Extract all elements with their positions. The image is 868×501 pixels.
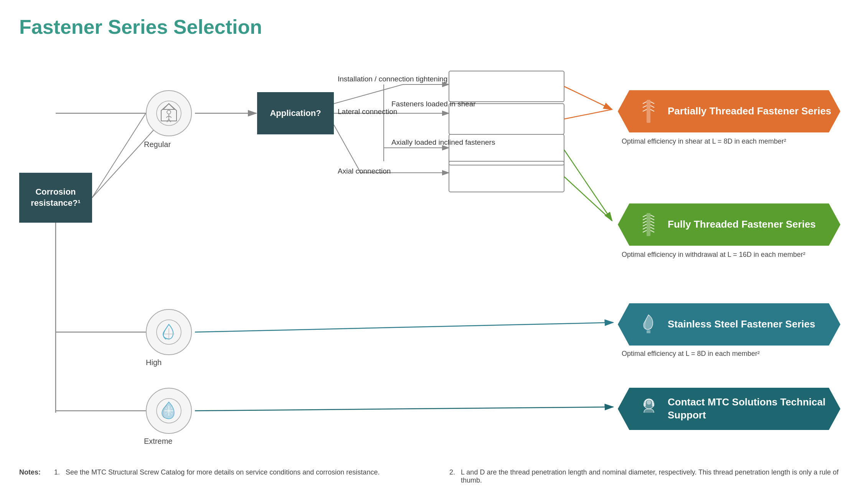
svg-line-69 (650, 230, 654, 232)
diagram: Corrosion resistance?¹ Application? Regu… (19, 54, 848, 457)
svg-line-32 (195, 407, 613, 411)
partially-threaded-desc: Optimal efficiency in shear at L = 8D in… (622, 136, 837, 147)
contact-mtc-label: Contact MTC Solutions Technical Support (664, 396, 840, 422)
branch-installation: Installation / connection tightening (338, 75, 447, 83)
svg-point-72 (647, 400, 651, 405)
svg-line-55 (650, 106, 654, 107)
svg-line-54 (650, 102, 654, 104)
note2-num: 2. (449, 468, 455, 484)
svg-line-58 (643, 215, 647, 217)
branch-axial-connection: Axial connection (338, 167, 391, 175)
notes-col-1: Notes: 1. See the MTC Structural Screw C… (19, 468, 419, 488)
svg-line-27 (564, 86, 612, 109)
fully-threaded-icon (633, 203, 664, 246)
svg-rect-73 (644, 403, 646, 407)
svg-line-29 (564, 150, 612, 221)
svg-line-63 (643, 230, 647, 232)
note1-text: See the MTC Structural Screw Catalog for… (66, 468, 380, 476)
svg-rect-74 (652, 403, 654, 407)
note1-num: 1. (54, 468, 60, 476)
partially-threaded-icon (633, 90, 664, 132)
svg-line-56 (650, 109, 654, 111)
svg-line-53 (643, 109, 647, 111)
svg-line-67 (650, 224, 654, 226)
svg-line-30 (564, 177, 612, 221)
circle-regular-label: Regular (144, 140, 171, 149)
svg-line-59 (643, 218, 647, 220)
svg-line-38 (166, 116, 169, 117)
svg-rect-70 (647, 330, 650, 333)
notes-section: Notes: 1. See the MTC Structural Screw C… (19, 468, 849, 488)
hex-fully-threaded: Fully Threaded Fastener Series (618, 203, 840, 246)
svg-rect-23 (449, 71, 564, 102)
notes-heading: Notes: (19, 468, 41, 476)
hex-contact-mtc: Contact MTC Solutions Technical Support (618, 388, 840, 430)
branch-lateral: Lateral connection (338, 107, 397, 116)
stainless-steel-icon (633, 303, 664, 346)
svg-line-21 (334, 125, 361, 173)
circle-regular (146, 90, 192, 136)
svg-line-0 (92, 113, 146, 198)
svg-line-51 (643, 102, 647, 104)
svg-line-31 (195, 322, 613, 332)
hex-stainless-steel: Stainless Steel Fastener Series (618, 303, 840, 346)
svg-line-68 (650, 227, 654, 229)
circle-high (146, 309, 192, 355)
svg-line-62 (643, 227, 647, 229)
fully-threaded-label: Fully Threaded Fastener Series (664, 218, 816, 231)
corrosion-box: Corrosion resistance?¹ (19, 173, 92, 223)
application-box: Application? (257, 92, 334, 134)
svg-line-66 (650, 221, 654, 223)
svg-line-64 (650, 215, 654, 217)
svg-line-65 (650, 218, 654, 220)
svg-line-61 (643, 224, 647, 226)
svg-marker-35 (163, 104, 175, 109)
circle-extreme-label: Extreme (144, 437, 172, 446)
svg-line-52 (643, 106, 647, 107)
circle-high-label: High (146, 358, 162, 367)
page-title: Fastener Series Selection (19, 15, 849, 38)
notes-col-2: 2. L and D are the thread penetration le… (449, 468, 849, 488)
svg-rect-57 (647, 213, 650, 236)
stainless-steel-desc: Optimal efficiency at L = 8D in each mem… (622, 349, 837, 359)
svg-rect-24 (449, 104, 564, 134)
circle-extreme (146, 388, 192, 434)
stainless-steel-label: Stainless Steel Fastener Series (664, 318, 815, 331)
hex-partially-threaded: Partially Threaded Fastener Series (618, 90, 840, 132)
svg-line-39 (169, 116, 172, 117)
svg-rect-26 (449, 161, 564, 192)
svg-rect-50 (647, 100, 650, 123)
branch-fasteners-shear: Fasteners loaded in shear (391, 100, 476, 108)
svg-line-60 (643, 221, 647, 223)
partially-threaded-label: Partially Threaded Fastener Series (664, 105, 831, 118)
svg-line-28 (564, 109, 612, 119)
fully-threaded-desc: Optimal efficiency in withdrawal at L = … (622, 250, 837, 260)
contact-icon (633, 388, 664, 430)
svg-point-36 (167, 110, 171, 114)
svg-point-33 (157, 101, 181, 126)
branch-axially-loaded: Axially loaded inclined fasteners (391, 138, 495, 147)
note2-text: L and D are the thread penetration lengt… (461, 468, 849, 484)
